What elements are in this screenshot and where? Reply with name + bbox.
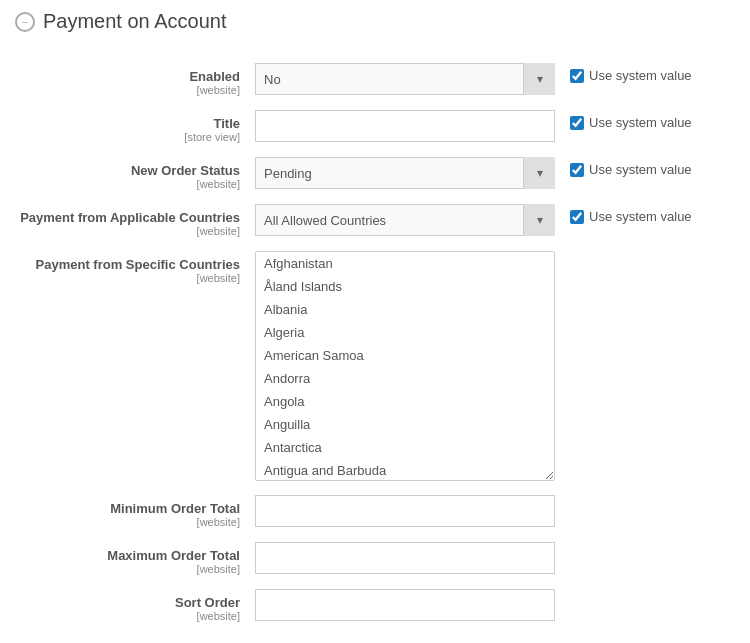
- label-maximum-order-total: Maximum Order Total [website]: [15, 542, 255, 575]
- collapse-icon[interactable]: −: [15, 12, 35, 32]
- system-value-new-order-status: Use system value: [555, 157, 692, 177]
- label-title: Title [store view]: [15, 110, 255, 143]
- sort-order-input[interactable]: [255, 589, 555, 621]
- use-system-value-enabled-checkbox[interactable]: [570, 69, 584, 83]
- form-row-maximum-order-total: Maximum Order Total [website]: [15, 542, 735, 575]
- system-value-sort-order: [555, 589, 570, 594]
- field-specific-countries: Afghanistan Åland Islands Albania Algeri…: [255, 251, 555, 481]
- field-enabled: No Yes ▾: [255, 63, 555, 95]
- field-sort-order: [255, 589, 555, 621]
- select-wrapper-new-order-status: Pending Processing ▾: [255, 157, 555, 189]
- label-applicable-countries: Payment from Applicable Countries [websi…: [15, 204, 255, 237]
- system-value-specific-countries: [555, 251, 570, 256]
- select-wrapper-enabled: No Yes ▾: [255, 63, 555, 95]
- specific-countries-multiselect[interactable]: Afghanistan Åland Islands Albania Algeri…: [255, 251, 555, 481]
- page-header: − Payment on Account: [15, 10, 735, 43]
- field-maximum-order-total: [255, 542, 555, 574]
- system-value-title: Use system value: [555, 110, 692, 130]
- title-input[interactable]: Payment on Account: [255, 110, 555, 142]
- use-system-value-new-order-status-checkbox[interactable]: [570, 163, 584, 177]
- checkbox-wrapper-enabled: Use system value: [570, 68, 692, 83]
- maximum-order-total-input[interactable]: [255, 542, 555, 574]
- form-row-specific-countries: Payment from Specific Countries [website…: [15, 251, 735, 481]
- use-system-value-applicable-countries-checkbox[interactable]: [570, 210, 584, 224]
- system-value-minimum-order-total: [555, 495, 570, 500]
- checkbox-wrapper-applicable-countries: Use system value: [570, 209, 692, 224]
- payment-on-account-form: Enabled [website] No Yes ▾ Use system va…: [15, 63, 735, 622]
- system-value-maximum-order-total: [555, 542, 570, 547]
- form-row-new-order-status: New Order Status [website] Pending Proce…: [15, 157, 735, 190]
- form-row-sort-order: Sort Order [website]: [15, 589, 735, 622]
- label-sort-order: Sort Order [website]: [15, 589, 255, 622]
- checkbox-wrapper-new-order-status: Use system value: [570, 162, 692, 177]
- label-enabled: Enabled [website]: [15, 63, 255, 96]
- form-row-minimum-order-total: Minimum Order Total [website]: [15, 495, 735, 528]
- minimum-order-total-input[interactable]: [255, 495, 555, 527]
- applicable-countries-select[interactable]: All Allowed Countries Specific Countries: [255, 204, 555, 236]
- label-new-order-status: New Order Status [website]: [15, 157, 255, 190]
- label-specific-countries: Payment from Specific Countries [website…: [15, 251, 255, 284]
- page-title: Payment on Account: [43, 10, 226, 33]
- enabled-select[interactable]: No Yes: [255, 63, 555, 95]
- select-wrapper-applicable-countries: All Allowed Countries Specific Countries…: [255, 204, 555, 236]
- form-row-applicable-countries: Payment from Applicable Countries [websi…: [15, 204, 735, 237]
- system-value-enabled: Use system value: [555, 63, 692, 83]
- field-applicable-countries: All Allowed Countries Specific Countries…: [255, 204, 555, 236]
- checkbox-wrapper-title: Use system value: [570, 115, 692, 130]
- form-row-title: Title [store view] Payment on Account Us…: [15, 110, 735, 143]
- system-value-applicable-countries: Use system value: [555, 204, 692, 224]
- field-title: Payment on Account: [255, 110, 555, 142]
- use-system-value-title-checkbox[interactable]: [570, 116, 584, 130]
- label-minimum-order-total: Minimum Order Total [website]: [15, 495, 255, 528]
- new-order-status-select[interactable]: Pending Processing: [255, 157, 555, 189]
- field-minimum-order-total: [255, 495, 555, 527]
- form-row-enabled: Enabled [website] No Yes ▾ Use system va…: [15, 63, 735, 96]
- field-new-order-status: Pending Processing ▾: [255, 157, 555, 189]
